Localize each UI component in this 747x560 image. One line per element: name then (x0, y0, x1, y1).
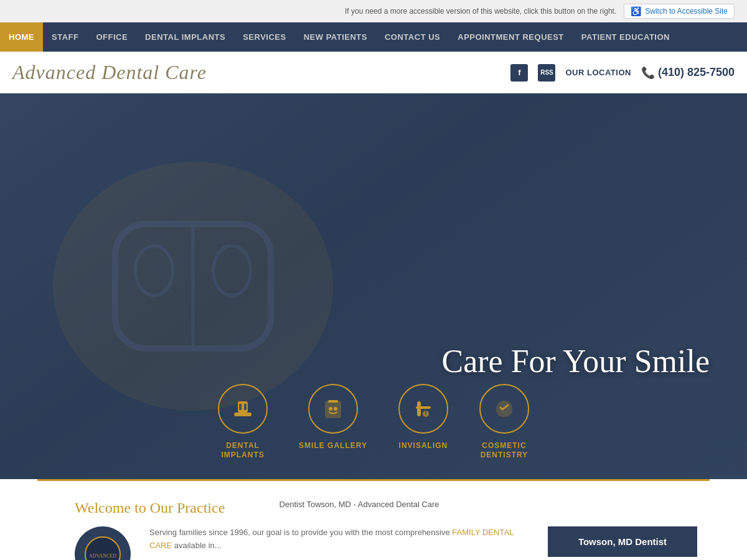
nav-staff[interactable]: STAFF (43, 22, 87, 52)
nav-appointment[interactable]: APPOINTMENT REQUEST (449, 22, 573, 52)
nav-home[interactable]: HOME (0, 22, 43, 52)
welcome-description: Serving families since 1996, our goal is… (149, 526, 529, 553)
our-location-link[interactable]: OUR LOCATION (565, 68, 631, 77)
towson-box[interactable]: Towson, MD Dentist (548, 526, 697, 557)
welcome-subtitle: Dentist Towson, MD - Advanced Dental Car… (280, 500, 697, 509)
svg-rect-8 (244, 404, 247, 410)
svg-rect-7 (239, 404, 242, 410)
svg-rect-9 (326, 401, 341, 418)
welcome-title: Welcome to Our Practice (75, 500, 242, 516)
nav-services[interactable]: SERVICES (234, 22, 295, 52)
phone-number[interactable]: 📞 (410) 825-7500 (641, 66, 735, 80)
site-logo[interactable]: Advanced Dental Care (12, 61, 207, 84)
svg-point-12 (334, 407, 337, 411)
rss-icon[interactable]: RSS (538, 64, 555, 82)
welcome-section: Welcome to Our Practice Dentist Towson, … (0, 481, 747, 560)
accessibility-bar: If you need a more accessible version of… (0, 0, 747, 22)
dental-implants-icon (218, 384, 268, 434)
smile-gallery-label: SMILE GALLERY (299, 441, 367, 451)
hero-section: Care For Your Smile DENTALIMPLANTS (0, 93, 747, 479)
welcome-logo: ADVANCED DENTAL CARE (75, 526, 131, 560)
svg-rect-14 (416, 406, 431, 409)
cosmetic-dentistry-icon (479, 384, 529, 434)
facebook-icon[interactable]: f (510, 64, 528, 82)
header-right-group: f RSS OUR LOCATION 📞 (410) 825-7500 (510, 64, 735, 82)
service-dental-implants[interactable]: DENTALIMPLANTS (218, 384, 268, 460)
accessible-site-button[interactable]: ♿ Switch to Accessible Site (624, 4, 735, 19)
hero-services-row: DENTALIMPLANTS SMILE GALLERY (218, 384, 529, 460)
nav-new-patients[interactable]: NEW PATIENTS (295, 22, 376, 52)
svg-point-11 (329, 407, 332, 411)
svg-rect-5 (234, 413, 251, 416)
welcome-text: Serving families since 1996, our goal is… (149, 526, 529, 553)
phone-icon: 📞 (641, 66, 655, 80)
dental-implants-label: DENTALIMPLANTS (221, 441, 264, 460)
cosmetic-dentistry-label: COSMETICDENTISTRY (481, 441, 529, 460)
accessibility-text: If you need a more accessible version of… (345, 7, 616, 16)
service-cosmetic-dentistry[interactable]: COSMETICDENTISTRY (479, 384, 529, 460)
hero-tagline: Care For Your Smile (442, 343, 710, 380)
invisalign-label: INVISALIGN (399, 441, 448, 451)
main-navigation: HOME STAFF OFFICE DENTAL IMPLANTS SERVIC… (0, 22, 747, 52)
svg-rect-10 (328, 400, 338, 403)
nav-contact-us[interactable]: CONTACT US (376, 22, 449, 52)
service-invisalign[interactable]: INVISALIGN (398, 384, 448, 451)
welcome-content: ADVANCED DENTAL CARE Serving families si… (75, 526, 697, 560)
accessibility-icon: ♿ (631, 6, 641, 16)
service-smile-gallery[interactable]: SMILE GALLERY (299, 384, 367, 451)
invisalign-icon (398, 384, 448, 434)
nav-patient-education[interactable]: PATIENT EDUCATION (573, 22, 679, 52)
nav-dental-implants[interactable]: DENTAL IMPLANTS (136, 22, 234, 52)
site-header: Advanced Dental Care f RSS OUR LOCATION … (0, 52, 747, 93)
smile-gallery-icon (308, 384, 358, 434)
nav-office[interactable]: OFFICE (87, 22, 136, 52)
svg-text:ADVANCED: ADVANCED (89, 553, 116, 559)
